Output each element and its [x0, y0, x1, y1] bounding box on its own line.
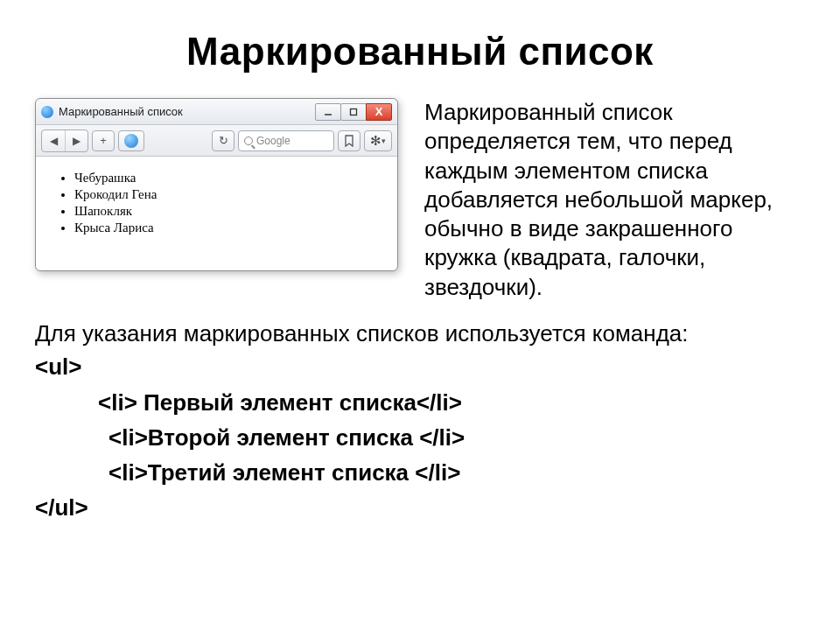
nav-group: ◀ ▶	[41, 130, 88, 152]
code-line: <li>Второй элемент списка </li>	[35, 420, 805, 455]
window-buttons: X	[316, 103, 392, 121]
settings-button[interactable]: ✻▾	[364, 130, 392, 151]
bookmark-button[interactable]	[338, 130, 360, 151]
description-paragraph: Маркированный список определяется тем, ч…	[424, 98, 805, 302]
code-line: <li> Первый элемент списка</li>	[35, 385, 805, 420]
code-line: <ul>	[35, 349, 805, 384]
new-tab-button[interactable]: +	[92, 130, 115, 151]
browser-window: Маркированный список X ◀ ▶ +	[35, 98, 398, 271]
list-item: Крокодил Гена	[74, 187, 385, 202]
search-input[interactable]: Google	[238, 130, 334, 151]
window-title: Маркированный список	[59, 105, 316, 118]
browser-titlebar: Маркированный список X	[36, 99, 397, 125]
browser-toolbar: ◀ ▶ + ↻ Google ✻▾	[36, 125, 397, 157]
list-item: Чебурашка	[74, 171, 385, 186]
svg-rect-1	[351, 108, 357, 115]
reload-button[interactable]: ↻	[212, 130, 234, 151]
slide: Маркированный список Маркированный списо…	[0, 0, 840, 630]
forward-button[interactable]: ▶	[65, 130, 88, 151]
globe-icon	[124, 134, 138, 148]
gear-icon: ✻	[370, 133, 382, 149]
search-icon	[244, 136, 253, 145]
code-example: <ul> <li> Первый элемент списка</li> <li…	[35, 349, 805, 525]
maximize-button[interactable]	[340, 103, 367, 121]
upper-row: Маркированный список X ◀ ▶ +	[35, 98, 805, 302]
close-button[interactable]: X	[366, 103, 392, 121]
search-placeholder: Google	[256, 135, 290, 147]
back-button[interactable]: ◀	[42, 130, 65, 151]
list-item: Крыса Лариса	[74, 220, 385, 235]
instruction-paragraph: Для указания маркированных списков испол…	[35, 318, 805, 349]
code-line: <li>Третий элемент списка </li>	[35, 455, 805, 490]
page-title: Маркированный список	[35, 30, 805, 74]
code-line: </ul>	[35, 490, 805, 525]
browser-content: Чебурашка Крокодил Гена Шапокляк Крыса Л…	[36, 157, 397, 270]
list-item: Шапокляк	[74, 204, 385, 219]
home-button[interactable]	[118, 130, 144, 151]
minimize-button[interactable]	[315, 103, 341, 121]
bulleted-list: Чебурашка Крокодил Гена Шапокляк Крыса Л…	[48, 171, 385, 235]
globe-icon	[41, 106, 53, 118]
